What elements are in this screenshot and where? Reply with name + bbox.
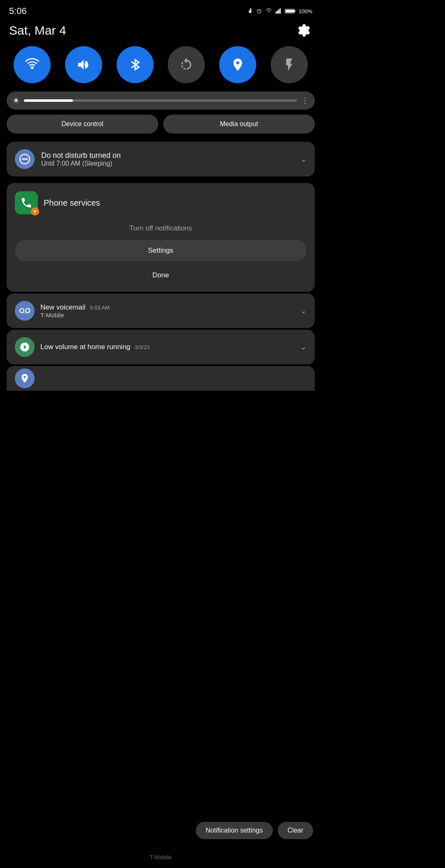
low-volume-text: Low volume at home running 3/3/23	[40, 343, 295, 351]
brightness-slider[interactable]: ☀ ⋮	[7, 91, 315, 110]
voicemail-title: New voicemail	[40, 303, 86, 311]
done-button[interactable]: Done	[15, 267, 307, 284]
low-volume-icon	[15, 337, 35, 357]
brightness-fill	[24, 99, 73, 102]
phone-card-header: Phone services	[15, 191, 307, 214]
voicemail-chevron-icon: ⌄	[300, 306, 307, 315]
svg-rect-6	[279, 8, 281, 14]
signal-icon	[275, 8, 282, 14]
dnd-card[interactable]: Do not disturb turned on Until 7:00 AM (…	[7, 142, 315, 176]
low-volume-notification[interactable]: Low volume at home running 3/3/23 ⌄	[7, 330, 315, 364]
svg-rect-9	[285, 10, 294, 12]
status-bar: 5:06	[0, 0, 321, 20]
battery-percent: 100%	[299, 8, 312, 14]
dnd-title: Do not disturb turned on	[41, 151, 294, 160]
dnd-chevron-icon: ⌄	[300, 155, 307, 164]
notification-settings-button[interactable]: Settings	[15, 240, 307, 261]
voicemail-subtitle: T-Mobile	[40, 312, 295, 319]
partial-notification	[7, 366, 315, 391]
date-row: Sat, Mar 4	[0, 20, 321, 46]
phone-app-name: Phone services	[44, 198, 100, 208]
svg-rect-4	[277, 11, 278, 14]
voicemail-notification[interactable]: New voicemail 5:03 AM T-Mobile ⌄	[7, 293, 315, 328]
low-volume-chevron-icon: ⌄	[300, 343, 307, 352]
quick-toggles	[0, 46, 321, 90]
location-toggle[interactable]	[219, 46, 256, 83]
voicemail-time: 5:03 AM	[90, 305, 110, 311]
phone-badge	[31, 207, 39, 216]
svg-rect-3	[275, 12, 276, 14]
svg-rect-5	[278, 9, 279, 14]
status-icons: 100%	[247, 8, 312, 14]
low-volume-time: 3/3/23	[135, 344, 150, 350]
alarm-icon	[256, 8, 262, 14]
bluetooth-icon	[247, 8, 253, 14]
battery-icon	[285, 8, 296, 14]
voicemail-icon	[15, 301, 35, 321]
auto-rotate-toggle[interactable]	[168, 46, 205, 83]
brightness-more-icon[interactable]: ⋮	[301, 96, 309, 105]
media-output-button[interactable]: Media output	[163, 115, 315, 134]
date-text: Sat, Mar 4	[9, 23, 66, 38]
phone-icon-wrap	[15, 191, 38, 214]
wifi-status-icon	[265, 8, 272, 14]
flashlight-toggle[interactable]	[271, 46, 308, 83]
svg-rect-8	[294, 10, 295, 12]
settings-gear-button[interactable]	[296, 22, 312, 39]
brightness-sun-icon: ☀	[12, 96, 20, 106]
sound-toggle[interactable]	[65, 46, 102, 83]
dnd-text: Do not disturb turned on Until 7:00 AM (…	[41, 151, 294, 167]
turn-off-notifications-button[interactable]: Turn off notifications	[15, 224, 307, 232]
dnd-subtitle: Until 7:00 AM (Sleeping)	[41, 160, 294, 167]
device-control-button[interactable]: Device control	[7, 115, 158, 134]
status-time: 5:06	[9, 6, 27, 16]
bluetooth-toggle[interactable]	[117, 46, 154, 83]
action-buttons: Device control Media output	[7, 115, 315, 134]
svg-point-13	[34, 211, 36, 212]
partial-notif-icon	[15, 368, 35, 388]
low-volume-title: Low volume at home running	[40, 343, 130, 351]
dnd-icon	[15, 149, 35, 169]
phone-services-card: Phone services Turn off notifications Se…	[7, 183, 315, 292]
wifi-toggle[interactable]	[14, 46, 51, 83]
brightness-track	[24, 99, 297, 102]
voicemail-text: New voicemail 5:03 AM T-Mobile	[40, 303, 295, 319]
